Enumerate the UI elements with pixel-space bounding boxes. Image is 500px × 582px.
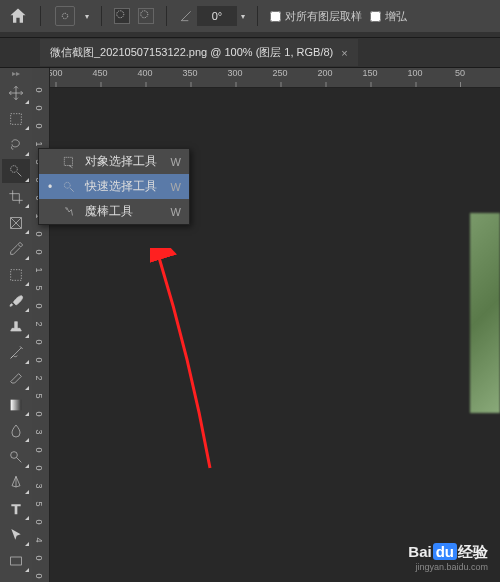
- tool-icon: [61, 179, 77, 195]
- document-tab[interactable]: 微信截图_20210507153122.png @ 100% (图层 1, RG…: [40, 39, 358, 66]
- tools-panel: ▸▸: [0, 68, 32, 582]
- svg-point-1: [117, 11, 124, 18]
- brush-preview[interactable]: [55, 6, 75, 26]
- watermark-brand-right: 经验: [458, 543, 488, 560]
- blur-tool[interactable]: [2, 419, 30, 443]
- ruler-tick: 0: [34, 249, 44, 254]
- ruler-tick: 250: [272, 68, 287, 78]
- separator: [40, 6, 41, 26]
- close-icon[interactable]: ×: [341, 47, 347, 59]
- sample-all-layers-checkbox[interactable]: 对所有图层取样: [270, 9, 362, 24]
- add-selection-icon[interactable]: [114, 8, 130, 24]
- ruler-tick: 5: [34, 285, 44, 290]
- eraser-tool[interactable]: [2, 367, 30, 391]
- flyout-item-label: 快速选择工具: [85, 178, 163, 195]
- enhance-label: 增弘: [385, 9, 407, 24]
- ruler-tick: 3: [34, 429, 44, 434]
- home-icon[interactable]: [8, 6, 28, 26]
- ruler-tick: 1: [34, 141, 44, 146]
- subtract-selection-icon[interactable]: [138, 8, 154, 24]
- ruler-tick: 0: [34, 123, 44, 128]
- dodge-tool[interactable]: [2, 445, 30, 469]
- flyout-item-shortcut: W: [171, 181, 181, 193]
- svg-rect-9: [11, 557, 22, 565]
- document-tab-bar: 微信截图_20210507153122.png @ 100% (图层 1, RG…: [0, 38, 500, 68]
- flyout-item[interactable]: 对象选择工具W: [39, 149, 189, 174]
- ruler-tick: 0: [34, 231, 44, 236]
- healing-brush-tool[interactable]: [2, 263, 30, 287]
- history-brush-tool[interactable]: [2, 341, 30, 365]
- ruler-tick: 2: [34, 321, 44, 326]
- ruler-tick: 0: [34, 555, 44, 560]
- ruler-tick: 50: [455, 68, 465, 78]
- tool-icon: [61, 154, 77, 170]
- angle-dropdown-icon[interactable]: ▾: [241, 12, 245, 21]
- selected-indicator: •: [47, 180, 53, 194]
- angle-input[interactable]: [197, 6, 237, 26]
- svg-point-11: [64, 182, 70, 188]
- watermark-brand-left: Bai: [408, 543, 431, 560]
- crop-tool[interactable]: [2, 185, 30, 209]
- sample-all-layers-label: 对所有图层取样: [285, 9, 362, 24]
- pen-tool[interactable]: [2, 471, 30, 495]
- ruler-tick: 350: [182, 68, 197, 78]
- tool-flyout-menu: 对象选择工具W•快速选择工具W魔棒工具W: [38, 148, 190, 225]
- angle-icon: [179, 9, 193, 23]
- ruler-tick: 400: [137, 68, 152, 78]
- ruler-tick: 0: [34, 519, 44, 524]
- path-selection-tool[interactable]: [2, 523, 30, 547]
- brush-dropdown-icon[interactable]: ▾: [85, 12, 89, 21]
- ruler-tick: 2: [34, 375, 44, 380]
- ruler-tick: 0: [34, 339, 44, 344]
- separator: [166, 6, 167, 26]
- angle-control[interactable]: ▾: [179, 6, 245, 26]
- options-bar: ▾ ▾ 对所有图层取样 增弘: [0, 0, 500, 32]
- svg-rect-10: [64, 157, 72, 165]
- svg-point-4: [11, 166, 18, 173]
- ruler-tick: 450: [92, 68, 107, 78]
- ruler-tick: 300: [227, 68, 242, 78]
- marquee-tool[interactable]: [2, 107, 30, 131]
- rectangle-tool[interactable]: [2, 549, 30, 573]
- frame-tool[interactable]: [2, 211, 30, 235]
- quick-selection-tool[interactable]: [2, 159, 30, 183]
- ruler-tick: 0: [34, 465, 44, 470]
- flyout-item[interactable]: 魔棒工具W: [39, 199, 189, 224]
- ruler-tick: 0: [34, 357, 44, 362]
- type-tool[interactable]: [2, 497, 30, 521]
- ruler-tick: 100: [407, 68, 422, 78]
- flyout-item[interactable]: •快速选择工具W: [39, 174, 189, 199]
- ruler-tick: 0: [34, 411, 44, 416]
- ruler-tick: 4: [34, 537, 44, 542]
- brush-tool[interactable]: [2, 289, 30, 313]
- ruler-tick: 1: [34, 267, 44, 272]
- lasso-tool[interactable]: [2, 133, 30, 157]
- ruler-tick: 0: [34, 447, 44, 452]
- watermark-url: jingyan.baidu.com: [408, 562, 488, 572]
- move-tool[interactable]: [2, 81, 30, 105]
- svg-rect-6: [11, 270, 22, 281]
- ruler-tick: 500: [50, 68, 63, 78]
- svg-point-8: [11, 452, 18, 459]
- svg-rect-3: [11, 114, 22, 125]
- flyout-item-shortcut: W: [171, 156, 181, 168]
- gradient-tool[interactable]: [2, 393, 30, 417]
- vertical-ruler: 0001500100150200250300350400: [32, 68, 50, 582]
- ruler-tick: 5: [34, 501, 44, 506]
- separator: [257, 6, 258, 26]
- ruler-tick: 0: [34, 87, 44, 92]
- ruler-tick: 0: [34, 303, 44, 308]
- svg-rect-7: [11, 400, 22, 411]
- ruler-tick: 0: [34, 105, 44, 110]
- ruler-tick: 200: [317, 68, 332, 78]
- panel-grip-icon[interactable]: ▸▸: [0, 72, 32, 80]
- flyout-item-shortcut: W: [171, 206, 181, 218]
- ruler-tick: 150: [362, 68, 377, 78]
- watermark-brand-mid: du: [433, 543, 457, 560]
- clone-stamp-tool[interactable]: [2, 315, 30, 339]
- eyedropper-tool[interactable]: [2, 237, 30, 261]
- enhance-checkbox[interactable]: 增弘: [370, 9, 407, 24]
- flyout-item-label: 魔棒工具: [85, 203, 163, 220]
- workspace: ▸▸ 0001500100150200250300350400 50045040…: [0, 68, 500, 582]
- ruler-tick: 0: [34, 573, 44, 578]
